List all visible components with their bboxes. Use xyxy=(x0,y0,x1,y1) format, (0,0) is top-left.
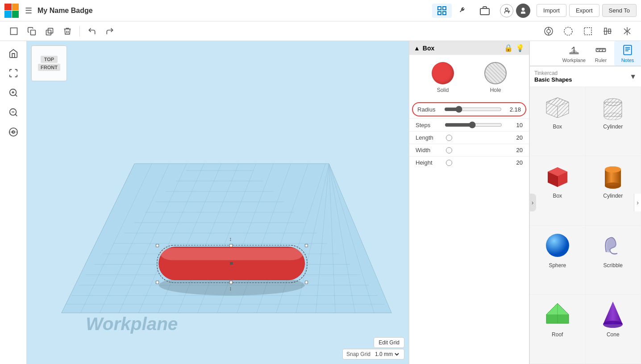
ruler-label: Ruler xyxy=(595,58,607,63)
svg-point-99 xyxy=(604,99,622,106)
cone-thumb xyxy=(599,300,627,329)
shape-label-box-gray: Box xyxy=(553,124,562,130)
logo-tr xyxy=(12,4,19,11)
svg-point-100 xyxy=(604,113,622,120)
svg-rect-70 xyxy=(156,244,158,247)
props-title: Box xyxy=(423,45,501,52)
settings-button[interactable] xyxy=(454,4,473,18)
height-label: Height xyxy=(416,159,442,166)
workplane-button[interactable]: Workplane xyxy=(561,41,587,66)
redo-button[interactable] xyxy=(102,24,117,39)
toolbar xyxy=(0,21,641,41)
props-bulb-icon[interactable]: 💡 xyxy=(516,44,524,52)
shapes-grid: Box Cylinder xyxy=(530,87,641,364)
length-row: Length 20 xyxy=(409,131,529,144)
svg-rect-12 xyxy=(48,28,53,33)
send-to-button[interactable]: Send To xyxy=(602,4,637,17)
snap-grid-select[interactable]: 1.0 mm 0.5 mm 0.1 mm 2.0 mm xyxy=(373,351,400,358)
props-lock-icon[interactable]: 🔒 xyxy=(504,44,513,52)
orbit-button[interactable] xyxy=(5,124,21,140)
width-value: 20 xyxy=(505,147,523,153)
shape-item-box-red[interactable]: Box xyxy=(530,156,586,225)
width-circle xyxy=(446,147,452,153)
import-button[interactable]: Import xyxy=(537,4,566,17)
fit-view-button[interactable] xyxy=(5,65,21,81)
list-icon[interactable]: ☰ xyxy=(25,6,32,16)
hole-circle[interactable] xyxy=(484,62,507,84)
zoom-out-button[interactable] xyxy=(5,104,21,120)
view-cube-tool[interactable] xyxy=(541,24,556,39)
hole-type-button[interactable]: Hole xyxy=(484,62,507,93)
svg-rect-76 xyxy=(230,262,233,265)
shape-item-roof[interactable]: Roof xyxy=(530,295,586,364)
frame-tool[interactable] xyxy=(6,24,21,39)
user-avatar[interactable] xyxy=(516,4,530,18)
shapes-source: Tinkercad xyxy=(534,70,627,76)
svg-point-110 xyxy=(605,166,621,173)
solid-type-button[interactable]: Solid xyxy=(432,62,454,93)
project-title[interactable]: My Name Badge xyxy=(37,7,93,15)
length-value: 20 xyxy=(505,134,523,141)
right-panel: Workplane Ruler xyxy=(529,41,641,364)
snap-grid-control: Snap Grid 1.0 mm 0.5 mm 0.1 mm 2.0 mm xyxy=(342,349,404,360)
props-panel: ▲ Box 🔒 💡 Solid Hole Radius 2.18 Steps xyxy=(409,41,529,364)
copy-tool[interactable] xyxy=(24,24,39,39)
scribble-thumb xyxy=(599,231,627,260)
svg-point-118 xyxy=(603,321,623,328)
notes-button[interactable]: Notes xyxy=(614,41,641,66)
shape-label-scribble: Scribble xyxy=(604,262,623,269)
svg-rect-89 xyxy=(624,46,632,55)
shape-item-sphere[interactable]: Sphere xyxy=(530,226,586,295)
canvas-area[interactable]: TOP FRONT xyxy=(27,41,409,364)
edit-grid-button[interactable]: Edit Grid xyxy=(374,337,404,348)
grid-view-button[interactable] xyxy=(432,4,452,18)
svg-rect-10 xyxy=(31,30,36,35)
align-tool[interactable] xyxy=(600,24,615,39)
home-button[interactable] xyxy=(5,46,21,62)
shape-item-cyl-gray[interactable]: Cylinder xyxy=(586,87,641,156)
shape-label-sphere: Sphere xyxy=(549,262,566,269)
snap-grid-label: Snap Grid xyxy=(346,351,370,357)
box-gray-thumb xyxy=(543,92,572,121)
steps-slider[interactable] xyxy=(445,121,502,128)
right-panel-scroll-right[interactable]: › xyxy=(634,194,641,211)
hole-label: Hole xyxy=(490,87,501,93)
undo-button[interactable] xyxy=(84,24,100,39)
shape-item-cyl-orange[interactable]: Cylinder xyxy=(586,156,641,225)
export-button[interactable]: Export xyxy=(569,4,599,17)
duplicate-tool[interactable] xyxy=(42,24,57,39)
props-header: ▲ Box 🔒 💡 xyxy=(409,41,529,55)
props-expand-button[interactable]: › xyxy=(529,194,536,211)
solid-circle[interactable] xyxy=(432,62,454,84)
shape-item-box-gray[interactable]: Box xyxy=(530,87,586,156)
box-select-tool[interactable] xyxy=(580,24,595,39)
svg-text:↕: ↕ xyxy=(229,285,232,292)
svg-line-24 xyxy=(15,95,17,96)
radius-slider[interactable] xyxy=(444,106,502,113)
notes-label: Notes xyxy=(621,58,634,63)
shapes-category: Basic Shapes xyxy=(534,76,627,83)
main-area: TOP FRONT xyxy=(0,41,641,364)
right-panel-header: Workplane Ruler xyxy=(530,41,641,66)
height-circle xyxy=(446,160,452,166)
shape-select-tool[interactable] xyxy=(561,24,576,39)
workplane-label: Workplane xyxy=(562,58,586,63)
svg-line-28 xyxy=(15,114,17,116)
radius-label: Radius xyxy=(417,106,441,113)
delete-tool[interactable] xyxy=(60,24,75,39)
add-user-button[interactable] xyxy=(500,4,513,17)
zoom-in-button[interactable] xyxy=(5,85,21,101)
shape-item-cone[interactable]: Cone xyxy=(586,295,641,364)
ruler-button[interactable]: Ruler xyxy=(587,41,614,66)
roof-thumb xyxy=(543,300,572,329)
projects-button[interactable] xyxy=(475,4,495,18)
svg-rect-3 xyxy=(443,12,446,15)
action-buttons: Import Export Send To xyxy=(537,4,637,17)
tinkercad-logo[interactable] xyxy=(4,4,19,18)
shape-item-scribble[interactable]: Scribble xyxy=(586,226,641,295)
svg-point-14 xyxy=(547,29,550,33)
width-row: Width 20 xyxy=(409,144,529,156)
shapes-dropdown-icon[interactable]: ▼ xyxy=(629,73,637,81)
mirror-tool[interactable] xyxy=(620,24,635,39)
props-collapse-button[interactable]: ▲ xyxy=(414,45,420,52)
